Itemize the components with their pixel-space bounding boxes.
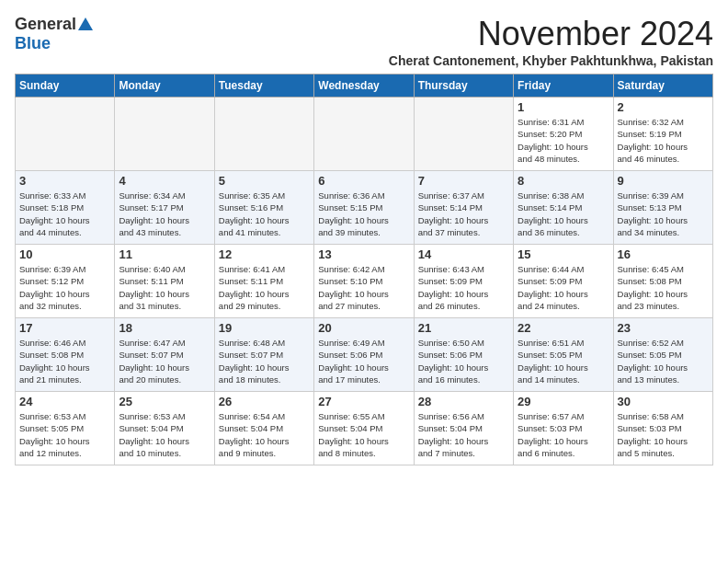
calendar-cell: 23Sunrise: 6:52 AM Sunset: 5:05 PM Dayli… [613,318,712,392]
calendar-week-row: 17Sunrise: 6:46 AM Sunset: 5:08 PM Dayli… [16,318,713,392]
calendar-cell: 16Sunrise: 6:45 AM Sunset: 5:08 PM Dayli… [613,245,712,318]
calendar-week-row: 24Sunrise: 6:53 AM Sunset: 5:05 PM Dayli… [16,392,713,465]
day-info: Sunrise: 6:44 AM Sunset: 5:09 PM Dayligh… [518,263,609,312]
day-number: 27 [318,395,409,408]
day-info: Sunrise: 6:38 AM Sunset: 5:14 PM Dayligh… [518,190,609,238]
day-number: 8 [518,174,609,188]
day-number: 24 [19,395,110,408]
day-number: 29 [518,395,609,408]
day-number: 18 [119,321,210,335]
weekday-header-friday: Friday [514,75,613,98]
svg-marker-0 [78,17,93,30]
day-number: 13 [318,247,409,261]
calendar-cell: 15Sunrise: 6:44 AM Sunset: 5:09 PM Dayli… [514,245,613,318]
day-number: 1 [518,100,609,114]
day-number: 23 [618,321,709,335]
calendar-week-row: 3Sunrise: 6:33 AM Sunset: 5:18 PM Daylig… [16,171,713,245]
day-info: Sunrise: 6:33 AM Sunset: 5:18 PM Dayligh… [19,190,110,238]
calendar-cell [414,98,513,171]
day-info: Sunrise: 6:42 AM Sunset: 5:10 PM Dayligh… [318,263,409,312]
weekday-header-tuesday: Tuesday [214,75,313,98]
day-info: Sunrise: 6:53 AM Sunset: 5:05 PM Dayligh… [19,410,110,459]
day-info: Sunrise: 6:53 AM Sunset: 5:04 PM Dayligh… [119,410,210,459]
weekday-header-thursday: Thursday [414,75,513,98]
day-info: Sunrise: 6:39 AM Sunset: 5:13 PM Dayligh… [618,190,709,238]
day-info: Sunrise: 6:34 AM Sunset: 5:17 PM Dayligh… [119,190,210,238]
calendar-cell: 5Sunrise: 6:35 AM Sunset: 5:16 PM Daylig… [214,171,313,245]
calendar-cell: 26Sunrise: 6:54 AM Sunset: 5:04 PM Dayli… [214,392,313,465]
day-number: 21 [418,321,509,335]
calendar-cell: 2Sunrise: 6:32 AM Sunset: 5:19 PM Daylig… [613,98,712,171]
day-info: Sunrise: 6:39 AM Sunset: 5:12 PM Dayligh… [19,263,110,312]
calendar-cell: 19Sunrise: 6:48 AM Sunset: 5:07 PM Dayli… [214,318,313,392]
day-number: 2 [618,100,709,114]
day-info: Sunrise: 6:49 AM Sunset: 5:06 PM Dayligh… [318,337,409,385]
calendar-week-row: 10Sunrise: 6:39 AM Sunset: 5:12 PM Dayli… [16,245,713,318]
calendar-cell: 22Sunrise: 6:51 AM Sunset: 5:05 PM Dayli… [514,318,613,392]
calendar-cell: 29Sunrise: 6:57 AM Sunset: 5:03 PM Dayli… [514,392,613,465]
day-info: Sunrise: 6:45 AM Sunset: 5:08 PM Dayligh… [618,263,709,312]
day-info: Sunrise: 6:50 AM Sunset: 5:06 PM Dayligh… [418,337,509,385]
day-info: Sunrise: 6:43 AM Sunset: 5:09 PM Dayligh… [418,263,509,312]
logo-general-text: General [15,15,76,34]
calendar-cell: 8Sunrise: 6:38 AM Sunset: 5:14 PM Daylig… [514,171,613,245]
calendar-cell: 27Sunrise: 6:55 AM Sunset: 5:04 PM Dayli… [314,392,414,465]
day-info: Sunrise: 6:32 AM Sunset: 5:19 PM Dayligh… [618,116,709,165]
day-number: 30 [618,395,709,408]
day-info: Sunrise: 6:37 AM Sunset: 5:14 PM Dayligh… [418,190,509,238]
day-number: 4 [119,174,210,188]
day-info: Sunrise: 6:56 AM Sunset: 5:04 PM Dayligh… [418,410,509,459]
day-info: Sunrise: 6:41 AM Sunset: 5:11 PM Dayligh… [219,263,310,312]
calendar-cell: 6Sunrise: 6:36 AM Sunset: 5:15 PM Daylig… [314,171,414,245]
day-number: 15 [518,247,609,261]
calendar-cell: 30Sunrise: 6:58 AM Sunset: 5:03 PM Dayli… [613,392,712,465]
day-number: 16 [618,247,709,261]
day-number: 19 [219,321,310,335]
day-info: Sunrise: 6:54 AM Sunset: 5:04 PM Dayligh… [219,410,310,459]
logo-blue-text: Blue [15,34,51,52]
calendar-cell: 25Sunrise: 6:53 AM Sunset: 5:04 PM Dayli… [115,392,214,465]
calendar-cell: 10Sunrise: 6:39 AM Sunset: 5:12 PM Dayli… [16,245,115,318]
day-info: Sunrise: 6:57 AM Sunset: 5:03 PM Dayligh… [518,410,609,459]
day-number: 17 [19,321,110,335]
day-info: Sunrise: 6:35 AM Sunset: 5:16 PM Dayligh… [219,190,310,238]
month-title: November 2024 [389,15,713,53]
calendar-cell: 3Sunrise: 6:33 AM Sunset: 5:18 PM Daylig… [16,171,115,245]
day-number: 12 [219,247,310,261]
day-info: Sunrise: 6:52 AM Sunset: 5:05 PM Dayligh… [618,337,709,385]
calendar-cell [115,98,214,171]
day-number: 28 [418,395,509,408]
day-number: 9 [618,174,709,188]
day-number: 5 [219,174,310,188]
weekday-header-monday: Monday [115,75,214,98]
calendar-cell: 9Sunrise: 6:39 AM Sunset: 5:13 PM Daylig… [613,171,712,245]
calendar-cell: 4Sunrise: 6:34 AM Sunset: 5:17 PM Daylig… [115,171,214,245]
calendar-cell [314,98,414,171]
calendar-cell: 13Sunrise: 6:42 AM Sunset: 5:10 PM Dayli… [314,245,414,318]
day-info: Sunrise: 6:58 AM Sunset: 5:03 PM Dayligh… [618,410,709,459]
day-info: Sunrise: 6:46 AM Sunset: 5:08 PM Dayligh… [19,337,110,385]
calendar-cell: 18Sunrise: 6:47 AM Sunset: 5:07 PM Dayli… [115,318,214,392]
calendar-cell: 7Sunrise: 6:37 AM Sunset: 5:14 PM Daylig… [414,171,513,245]
day-number: 26 [219,395,310,408]
logo-icon [76,16,95,34]
day-info: Sunrise: 6:47 AM Sunset: 5:07 PM Dayligh… [119,337,210,385]
calendar-cell [214,98,313,171]
day-info: Sunrise: 6:36 AM Sunset: 5:15 PM Dayligh… [318,190,409,238]
day-info: Sunrise: 6:31 AM Sunset: 5:20 PM Dayligh… [518,116,609,165]
calendar-cell: 28Sunrise: 6:56 AM Sunset: 5:04 PM Dayli… [414,392,513,465]
day-number: 10 [19,247,110,261]
calendar-cell [16,98,115,171]
calendar-cell: 17Sunrise: 6:46 AM Sunset: 5:08 PM Dayli… [16,318,115,392]
day-number: 14 [418,247,509,261]
calendar-header-row: SundayMondayTuesdayWednesdayThursdayFrid… [16,75,713,98]
calendar-cell: 24Sunrise: 6:53 AM Sunset: 5:05 PM Dayli… [16,392,115,465]
day-info: Sunrise: 6:48 AM Sunset: 5:07 PM Dayligh… [219,337,310,385]
day-number: 22 [518,321,609,335]
day-info: Sunrise: 6:40 AM Sunset: 5:11 PM Dayligh… [119,263,210,312]
day-number: 25 [119,395,210,408]
calendar-cell: 20Sunrise: 6:49 AM Sunset: 5:06 PM Dayli… [314,318,414,392]
day-number: 6 [318,174,409,188]
weekday-header-sunday: Sunday [16,75,115,98]
weekday-header-saturday: Saturday [613,75,712,98]
